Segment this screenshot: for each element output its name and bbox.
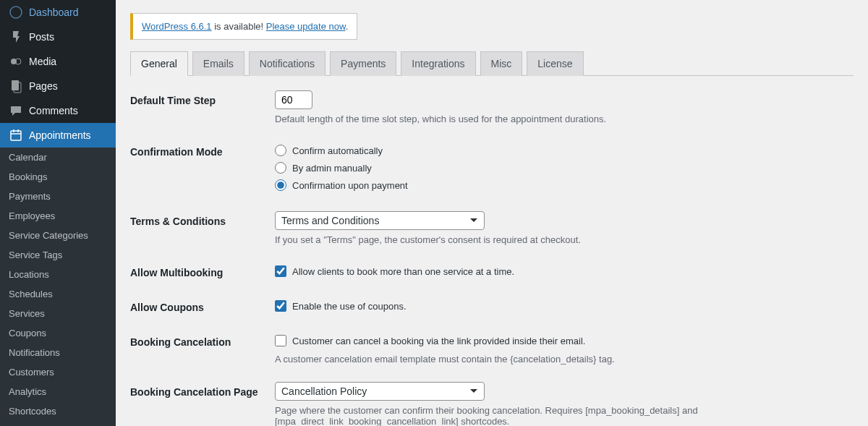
desc-terms: If you set a "Terms" page, the customer'… [275, 234, 854, 245]
calendar-icon [9, 128, 23, 142]
radio-confirm-admin[interactable]: By admin manually [275, 159, 854, 176]
submenu-bookings[interactable]: Bookings [0, 167, 116, 187]
checkbox-coupons[interactable]: Enable the use of coupons. [275, 297, 854, 315]
submenu-shortcodes[interactable]: Shortcodes [0, 401, 116, 421]
submenu-settings[interactable]: Settings [0, 421, 116, 426]
desc-time-step: Default length of the time slot step, wh… [275, 114, 854, 124]
row-multibooking: Allow Multibooking Allow clients to book… [130, 263, 854, 280]
submenu-payments[interactable]: Payments [0, 187, 116, 206]
label-multibooking: Allow Multibooking [130, 263, 275, 278]
select-cancelation-page[interactable]: Cancellation Policy [275, 382, 485, 401]
main-content: WordPress 6.6.1 is available! Please upd… [116, 0, 868, 426]
label-time-step: Default Time Step [130, 90, 275, 106]
select-terms-page[interactable]: Terms and Conditions [275, 211, 485, 230]
sidebar-label: Pages [29, 80, 58, 92]
desc-cancelation-page: Page where the customer can confirm thei… [275, 405, 854, 426]
row-confirmation-mode: Confirmation Mode Confirm automatically … [130, 142, 854, 194]
submenu-analytics[interactable]: Analytics [0, 382, 116, 401]
submenu-service-categories[interactable]: Service Categories [0, 226, 116, 245]
settings-form: Default Time Step Default length of the … [130, 90, 854, 426]
pages-icon [9, 79, 23, 93]
desc-cancelation: A customer cancelation email template mu… [275, 354, 854, 365]
svg-rect-3 [12, 80, 19, 90]
submenu-customers[interactable]: Customers [0, 362, 116, 382]
sidebar-item-media[interactable]: Media [0, 49, 116, 74]
submenu-service-tags[interactable]: Service Tags [0, 245, 116, 265]
tab-payments[interactable]: Payments [330, 51, 396, 76]
pin-icon [9, 30, 23, 44]
sidebar-label: Appointments [29, 129, 91, 141]
sidebar-label: Comments [29, 105, 78, 116]
sidebar-item-pages[interactable]: Pages [0, 74, 116, 98]
sidebar-item-appointments[interactable]: Appointments [0, 123, 116, 148]
submenu-calendar[interactable]: Calendar [0, 148, 116, 167]
label-terms: Terms & Conditions [130, 211, 275, 227]
tab-emails[interactable]: Emails [192, 51, 244, 76]
row-time-step: Default Time Step Default length of the … [130, 90, 854, 124]
row-cancelation: Booking Cancelation Customer can cancel … [130, 332, 854, 365]
admin-sidebar: Dashboard Posts Media Pages Comments App… [0, 0, 116, 426]
label-coupons: Allow Coupons [130, 297, 275, 313]
checkbox-multibooking[interactable]: Allow clients to book more than one serv… [275, 263, 854, 280]
sidebar-submenu: Calendar Bookings Payments Employees Ser… [0, 148, 116, 426]
submenu-notifications[interactable]: Notifications [0, 343, 116, 362]
row-cancelation-page: Booking Cancelation Page Cancellation Po… [130, 382, 854, 426]
label-confirmation-mode: Confirmation Mode [130, 142, 275, 158]
notice-tail: . [346, 21, 349, 32]
sidebar-item-posts[interactable]: Posts [0, 25, 116, 49]
submenu-locations[interactable]: Locations [0, 265, 116, 284]
submenu-schedules[interactable]: Schedules [0, 284, 116, 304]
sidebar-item-comments[interactable]: Comments [0, 98, 116, 123]
checkbox-cancelation[interactable]: Customer can cancel a booking via the li… [275, 332, 854, 349]
submenu-coupons[interactable]: Coupons [0, 323, 116, 343]
submenu-employees[interactable]: Employees [0, 206, 116, 226]
tab-general[interactable]: General [130, 51, 188, 76]
row-terms: Terms & Conditions Terms and Conditions … [130, 211, 854, 245]
media-icon [9, 54, 23, 69]
input-time-step[interactable] [275, 90, 312, 109]
radio-confirm-auto[interactable]: Confirm automatically [275, 142, 854, 159]
svg-rect-5 [11, 131, 21, 140]
sidebar-label: Media [29, 56, 56, 67]
label-cancelation: Booking Cancelation [130, 332, 275, 348]
submenu-services[interactable]: Services [0, 304, 116, 323]
sidebar-label: Posts [29, 31, 54, 43]
update-now-link[interactable]: Please update now [266, 21, 346, 32]
tab-notifications[interactable]: Notifications [249, 51, 326, 76]
radio-confirm-payment[interactable]: Confirmation upon payment [275, 176, 854, 194]
tab-misc[interactable]: Misc [480, 51, 523, 76]
wp-version-link[interactable]: WordPress 6.6.1 [142, 21, 212, 32]
sidebar-item-dashboard[interactable]: Dashboard [0, 0, 116, 25]
comments-icon [9, 103, 23, 118]
label-cancelation-page: Booking Cancelation Page [130, 382, 275, 398]
update-notice: WordPress 6.6.1 is available! Please upd… [130, 13, 357, 40]
notice-text: is available! [212, 21, 266, 32]
settings-tabs: General Emails Notifications Payments In… [130, 51, 854, 76]
row-coupons: Allow Coupons Enable the use of coupons. [130, 297, 854, 315]
tab-license[interactable]: License [527, 51, 583, 76]
sidebar-label: Dashboard [29, 7, 79, 18]
tab-integrations[interactable]: Integrations [401, 51, 475, 76]
dashboard-icon [9, 5, 23, 20]
